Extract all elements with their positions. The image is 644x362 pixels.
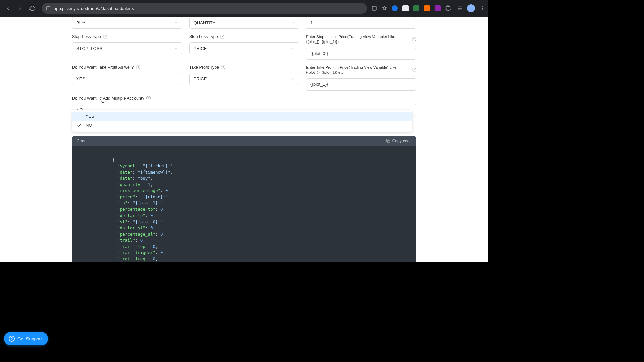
- help-icon[interactable]: ?: [146, 96, 151, 100]
- order-type-select[interactable]: BUY: [72, 17, 182, 29]
- profile-avatar[interactable]: [467, 4, 475, 12]
- chevron-down-icon: [174, 46, 178, 50]
- translate-icon[interactable]: [372, 6, 377, 11]
- copy-code-button[interactable]: Copy code: [386, 139, 412, 143]
- extension-icon[interactable]: [402, 5, 409, 11]
- help-icon[interactable]: ?: [103, 35, 107, 39]
- browser-toolbar: app.pickmytrade.trade/#/dashboard/alerts: [0, 0, 488, 17]
- chevron-down-icon: [291, 77, 295, 81]
- page-content: BUY QUANTITY 1 Stop Loss Type? STOP_LOSS…: [0, 17, 488, 262]
- back-button[interactable]: [3, 4, 13, 13]
- chevron-down-icon: [174, 77, 178, 81]
- help-icon[interactable]: ?: [136, 65, 140, 69]
- url-text: app.pickmytrade.trade/#/dashboard/alerts: [54, 6, 134, 11]
- copy-icon: [386, 139, 390, 143]
- svg-rect-0: [47, 7, 50, 10]
- take-profit-type-label: Take Profit Type?: [189, 65, 300, 70]
- code-content[interactable]: { "symbol": "{{ticker}}", "date": "{{tim…: [72, 146, 416, 262]
- take-profit-type-select[interactable]: PRICE: [189, 73, 300, 85]
- chevron-down-icon: [174, 21, 178, 25]
- help-icon[interactable]: ?: [412, 37, 416, 41]
- reload-button[interactable]: [28, 4, 37, 13]
- order-type-value: BUY: [76, 20, 86, 25]
- take-profit-value-input[interactable]: {{plot_1}}: [306, 78, 416, 90]
- stop-loss-type-label: Stop Loss Type?: [72, 34, 182, 39]
- help-icon[interactable]: ?: [220, 35, 224, 39]
- stop-loss-type2-label: Stop Loss Type?: [189, 34, 300, 39]
- list-icon[interactable]: [456, 5, 462, 11]
- code-header-label: Code: [77, 139, 87, 143]
- browser-extensions: [372, 4, 485, 12]
- check-icon: [77, 123, 82, 128]
- extension-icon[interactable]: [435, 5, 441, 11]
- code-block: Code Copy code { "symbol": "{{ticker}}",…: [72, 136, 416, 262]
- quantity-input[interactable]: 1: [306, 17, 416, 29]
- stop-loss-type-select[interactable]: STOP_LOSS: [72, 42, 182, 54]
- multiple-account-label: Do You Want To Add Multiple Account??: [72, 96, 416, 101]
- bookmark-icon[interactable]: [382, 6, 387, 11]
- extension-icon[interactable]: [392, 5, 398, 11]
- option-yes[interactable]: YES: [72, 112, 412, 121]
- extensions-icon[interactable]: [445, 5, 451, 11]
- quantity-type-select[interactable]: QUANTITY: [189, 17, 300, 29]
- svg-point-8: [482, 9, 483, 10]
- take-profit-value-label: Enter Take Profit In Price(Trading View …: [306, 65, 416, 75]
- extension-icon[interactable]: [424, 5, 430, 11]
- multiple-account-dropdown: YES NO: [72, 110, 412, 132]
- cursor-icon: [101, 97, 105, 104]
- take-profit-label: Do You Want Take Profit As well??: [72, 65, 182, 70]
- stop-loss-price-select[interactable]: PRICE: [189, 42, 300, 54]
- chevron-down-icon: [291, 46, 295, 50]
- menu-icon[interactable]: [480, 6, 485, 11]
- extension-icon[interactable]: [413, 5, 419, 11]
- help-icon[interactable]: ?: [221, 65, 225, 69]
- chevron-down-icon: [291, 21, 295, 25]
- help-icon[interactable]: ?: [412, 68, 416, 72]
- svg-rect-2: [372, 6, 376, 10]
- option-no[interactable]: NO: [72, 121, 412, 130]
- quantity-type-value: QUANTITY: [194, 20, 216, 25]
- site-settings-icon: [46, 6, 51, 11]
- svg-point-7: [482, 8, 483, 9]
- forward-button[interactable]: [15, 4, 25, 13]
- svg-point-6: [482, 6, 483, 7]
- take-profit-select[interactable]: YES: [72, 73, 182, 85]
- stop-loss-value-input[interactable]: {{plot_0}}: [306, 48, 416, 60]
- stop-loss-value-label: Enter Stop Loss in Price(Trading View Va…: [306, 34, 416, 44]
- address-bar[interactable]: app.pickmytrade.trade/#/dashboard/alerts: [42, 3, 367, 14]
- svg-rect-9: [388, 140, 390, 143]
